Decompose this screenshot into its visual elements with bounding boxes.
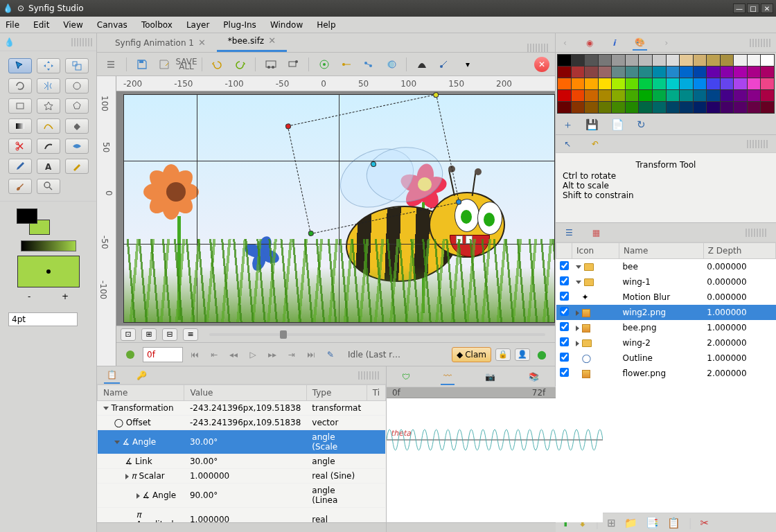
nav-next-icon[interactable]: › bbox=[662, 36, 670, 50]
timetrack-tab-icon[interactable]: 🛡 bbox=[399, 369, 413, 384]
palette-swatch[interactable] bbox=[734, 78, 747, 89]
palette-swatch[interactable] bbox=[680, 66, 693, 78]
palette-swatch[interactable] bbox=[653, 102, 666, 113]
layer-row[interactable]: bee0.000000 bbox=[556, 259, 776, 275]
palette-swatch[interactable] bbox=[680, 78, 693, 89]
layer-row[interactable]: ◯ Outline1.000000 bbox=[556, 351, 776, 366]
canvas-menu-icon[interactable] bbox=[103, 56, 119, 73]
nav-info-icon[interactable]: i bbox=[610, 36, 617, 50]
transform-tool[interactable] bbox=[8, 58, 32, 73]
dock-grip[interactable] bbox=[747, 140, 768, 148]
gradient-tool[interactable] bbox=[8, 118, 32, 134]
snap-icon[interactable]: ⊟ bbox=[162, 328, 177, 341]
palette-swatch[interactable] bbox=[667, 78, 680, 89]
preview-icon[interactable] bbox=[285, 56, 301, 73]
palette-add-icon[interactable]: ＋ bbox=[563, 118, 573, 132]
params-tab-icon[interactable]: 📋 bbox=[104, 367, 120, 384]
width-tool[interactable] bbox=[65, 139, 89, 154]
close-icon[interactable]: ✕ bbox=[198, 37, 206, 48]
palette-swatch[interactable] bbox=[694, 55, 707, 66]
palette-swatch[interactable] bbox=[639, 102, 652, 113]
palette-swatch[interactable] bbox=[626, 90, 639, 101]
nav-prev-icon[interactable]: ‹ bbox=[561, 36, 569, 50]
palette-swatch[interactable] bbox=[707, 90, 720, 101]
palette-swatch[interactable] bbox=[721, 66, 734, 78]
palette-swatch[interactable] bbox=[694, 90, 707, 101]
text-tool[interactable]: A bbox=[37, 159, 60, 174]
palette-swatch[interactable] bbox=[707, 66, 720, 78]
layer-visible-checkbox[interactable] bbox=[560, 322, 569, 331]
param-row[interactable]: ∡ Angle90.00°angle (Linea bbox=[98, 484, 386, 508]
tab-animation1[interactable]: Synfig Animation 1✕ bbox=[104, 33, 217, 52]
palette-swatch[interactable] bbox=[599, 102, 612, 113]
tab-bee[interactable]: *bee.sifz✕ bbox=[217, 31, 287, 52]
palette-swatch[interactable] bbox=[707, 55, 720, 66]
guides-icon[interactable]: ≡ bbox=[183, 328, 198, 341]
palette-swatch[interactable] bbox=[680, 55, 693, 66]
palette-swatch[interactable] bbox=[653, 66, 666, 78]
grid-icon[interactable]: ⊞ bbox=[141, 328, 157, 341]
point-size-input[interactable] bbox=[8, 312, 78, 326]
scale-tool[interactable] bbox=[65, 58, 89, 73]
next-keyframe-icon[interactable]: ⇥ bbox=[284, 347, 299, 362]
layer-new-icon[interactable]: 📁 bbox=[624, 517, 637, 529]
system-menu-icon[interactable]: ⊙ bbox=[17, 3, 24, 13]
gradient-swatch[interactable] bbox=[21, 240, 76, 251]
layer-row[interactable]: wing-10.000000 bbox=[556, 274, 776, 290]
layer-row[interactable]: wing-22.000000 bbox=[556, 335, 776, 351]
layer-visible-checkbox[interactable] bbox=[560, 353, 569, 362]
layer-visible-checkbox[interactable] bbox=[560, 261, 569, 270]
palette-swatch[interactable] bbox=[558, 78, 571, 89]
save-all-icon[interactable]: SAVE ALL bbox=[178, 56, 195, 73]
palette-swatch[interactable] bbox=[721, 90, 734, 101]
zoom-slider[interactable] bbox=[209, 333, 545, 336]
curve-editor[interactable]: theta bbox=[387, 398, 603, 522]
play-icon[interactable]: ▷ bbox=[245, 347, 261, 362]
duck-icon[interactable] bbox=[436, 56, 452, 73]
eyedrop-tool[interactable] bbox=[8, 159, 32, 174]
smooth-move-tool[interactable] bbox=[37, 58, 60, 73]
dock-grip[interactable] bbox=[527, 44, 548, 52]
layer-duplicate-icon[interactable]: 📑 bbox=[646, 517, 659, 529]
prev-keyframe-icon[interactable]: ⇤ bbox=[206, 347, 222, 362]
palette-save-icon[interactable]: 💾 bbox=[585, 118, 599, 131]
rotate-tool[interactable] bbox=[8, 78, 32, 94]
layer-visible-checkbox[interactable] bbox=[560, 307, 569, 316]
palette-swatch[interactable] bbox=[748, 102, 761, 113]
palette-swatch[interactable] bbox=[599, 90, 612, 101]
param-row[interactable]: ∡ Angle30.00°angle (Scale bbox=[98, 430, 386, 454]
zoom-tool[interactable] bbox=[37, 179, 60, 194]
dropdown-icon[interactable]: ▾ bbox=[459, 56, 476, 73]
palette-swatch[interactable] bbox=[748, 66, 761, 78]
palette-swatch[interactable] bbox=[653, 90, 666, 101]
param-row[interactable]: π Amplitude1.000000real bbox=[98, 508, 386, 523]
zoom-fit-icon[interactable]: ⊡ bbox=[121, 328, 136, 341]
redo-icon[interactable] bbox=[231, 56, 248, 73]
palette-swatch[interactable] bbox=[761, 55, 774, 66]
spline-tool[interactable] bbox=[37, 118, 60, 134]
palette-swatch[interactable] bbox=[599, 78, 612, 89]
menu-layer[interactable]: Layer bbox=[186, 20, 209, 30]
current-frame-input[interactable] bbox=[143, 347, 183, 362]
palette-swatch[interactable] bbox=[572, 66, 585, 78]
palette-swatch[interactable] bbox=[667, 102, 680, 113]
save-icon[interactable] bbox=[134, 56, 150, 73]
palette-swatch[interactable] bbox=[585, 90, 598, 101]
close-button[interactable]: ✕ bbox=[761, 3, 773, 13]
keyframes-tab-icon[interactable]: 🔑 bbox=[134, 368, 150, 383]
onion-toggle-icon[interactable]: 👤 bbox=[515, 348, 530, 361]
palette-swatch[interactable] bbox=[626, 55, 639, 66]
fg-color-swatch[interactable] bbox=[17, 209, 37, 224]
palette-swatch[interactable] bbox=[558, 55, 571, 66]
bucket-tool[interactable] bbox=[65, 118, 89, 134]
layer-row[interactable]: ✦ Motion Blur0.000000 bbox=[556, 290, 776, 305]
palette-swatch[interactable] bbox=[585, 78, 598, 89]
layer-group-icon[interactable]: ⊞ bbox=[607, 517, 616, 529]
render-icon[interactable] bbox=[263, 56, 279, 73]
palette-swatch[interactable] bbox=[694, 66, 707, 78]
palette-swatch[interactable] bbox=[626, 102, 639, 113]
palette-swatch[interactable] bbox=[680, 102, 693, 113]
palette-swatch[interactable] bbox=[558, 102, 571, 113]
palette-swatch[interactable] bbox=[667, 66, 680, 78]
layer-row[interactable]: wing2.png1.000000 bbox=[556, 305, 776, 320]
